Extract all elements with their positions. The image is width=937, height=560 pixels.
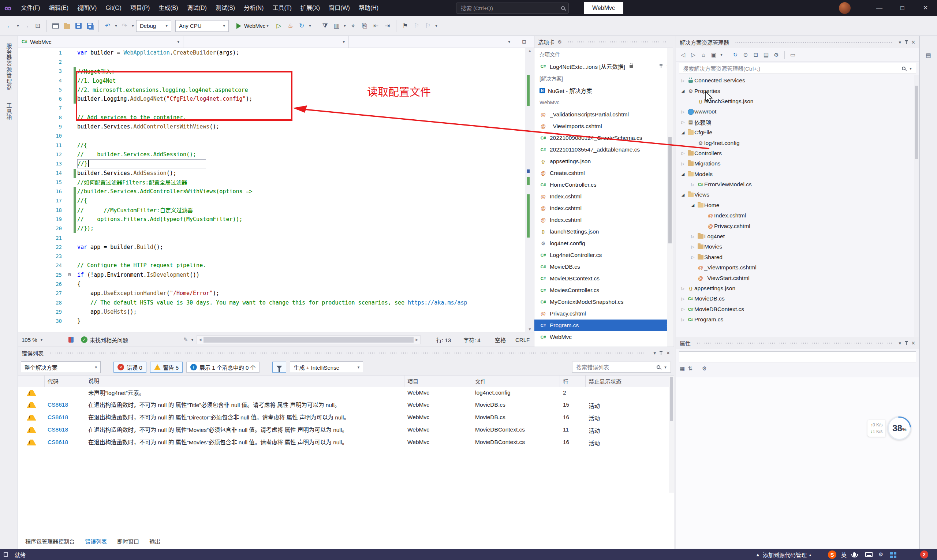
tree-item[interactable]: Privacy.cshtml xyxy=(676,221,919,231)
document-tab[interactable]: Program.cs✕ xyxy=(534,320,673,331)
menu-item[interactable]: 测试(S) xyxy=(211,0,239,16)
pen-icon[interactable]: ✎ ▾ xyxy=(183,332,195,347)
tree-item[interactable]: Index.cshtml xyxy=(676,211,919,221)
undo-dropdown[interactable]: ▾ xyxy=(114,23,118,28)
document-tab[interactable]: Log4netController.cs xyxy=(534,249,673,261)
error-source-dropdown[interactable]: 生成 + IntelliSense▾ xyxy=(290,361,363,373)
document-tab[interactable]: MoviesController.cs xyxy=(534,285,673,296)
menu-item[interactable]: 视图(V) xyxy=(73,0,101,16)
tree-item[interactable]: ▷Controllers xyxy=(676,148,919,158)
chevron-down-icon[interactable]: ▾ xyxy=(654,350,656,356)
collapsed-panel-icon[interactable]: ▤ xyxy=(920,51,937,60)
document-tab[interactable]: _ViewImports.cshtml xyxy=(534,120,673,132)
filter-button[interactable] xyxy=(272,362,286,372)
document-tab[interactable]: HomeController.cs xyxy=(534,179,673,191)
document-tab[interactable]: MovieDB.cs xyxy=(534,261,673,273)
navigate-back-icon[interactable]: ← xyxy=(5,20,15,32)
document-tab[interactable]: Privacy.cshtml xyxy=(534,308,673,320)
close-icon[interactable]: ✕ xyxy=(666,350,670,356)
properties-icon[interactable]: ⚙ xyxy=(772,50,781,60)
tool-window-tab[interactable]: 服务器资源管理器 xyxy=(5,39,13,94)
tree-item[interactable]: ▷wwwroot xyxy=(676,106,919,117)
project-dropdown[interactable]: C# WebMvc ▾ xyxy=(18,36,183,48)
menu-item[interactable]: 生成(B) xyxy=(154,0,182,16)
solution-search-box[interactable]: ▾ xyxy=(679,63,916,74)
type-dropdown[interactable]: ▾ xyxy=(183,36,349,48)
column-header[interactable]: 项目 xyxy=(405,375,472,387)
expand-chevron-icon[interactable]: ▷ xyxy=(679,78,687,83)
caret-column-indicator[interactable]: 字符: 4 xyxy=(463,332,481,347)
document-tab[interactable]: Create.cshtml xyxy=(534,167,673,179)
scroll-down-icon[interactable]: ▼ xyxy=(525,327,534,331)
save-all-icon[interactable] xyxy=(85,20,95,32)
ime-tools-icon[interactable]: ⚙ xyxy=(879,549,883,560)
zoom-dropdown[interactable]: 105 %▾ xyxy=(22,332,44,347)
solution-configuration-dropdown[interactable]: Debug▾ xyxy=(136,20,171,32)
quick-search-input[interactable] xyxy=(460,5,561,12)
navigate-cursor-icon[interactable]: ⌖ xyxy=(348,20,358,32)
pin-icon[interactable] xyxy=(659,64,663,68)
microphone-icon[interactable] xyxy=(853,549,857,560)
document-tab[interactable]: Index.cshtml xyxy=(534,191,673,202)
document-tab[interactable]: 20221011035547_addtablename.cs xyxy=(534,144,673,155)
ime-language-indicator[interactable]: 英 xyxy=(841,549,846,560)
line-ending-indicator[interactable]: CRLF xyxy=(515,332,529,347)
editor-vertical-scrollbar[interactable]: ▲ ▼ xyxy=(525,48,534,332)
home-icon[interactable]: ⌂ xyxy=(699,50,708,60)
expand-chevron-icon[interactable]: ▷ xyxy=(679,162,687,166)
expand-chevron-icon[interactable]: ▷ xyxy=(689,234,697,239)
tree-item[interactable]: ▷依赖项 xyxy=(676,117,919,128)
tree-item[interactable]: log4net.config xyxy=(676,138,919,148)
collapse-chevron-icon[interactable]: ◢ xyxy=(679,130,687,135)
fold-marker[interactable]: ⊟ xyxy=(62,272,77,277)
document-tab[interactable]: appsettings.json xyxy=(534,155,673,167)
scroll-right-icon[interactable]: ▶ xyxy=(414,335,420,344)
document-tab[interactable]: Index.cshtml xyxy=(534,214,673,226)
expand-chevron-icon[interactable]: ▷ xyxy=(689,182,697,187)
expand-chevron-icon[interactable]: ▷ xyxy=(679,120,687,125)
error-search-input[interactable] xyxy=(575,364,654,371)
notification-badge[interactable]: 2 xyxy=(920,549,928,560)
tree-item[interactable]: launchSettings.json xyxy=(676,96,919,106)
expand-chevron-icon[interactable]: ▷ xyxy=(679,109,687,114)
caret-line-indicator[interactable]: 行: 13 xyxy=(436,332,451,347)
panel-grip[interactable] xyxy=(568,41,666,43)
column-header[interactable]: 代码 xyxy=(45,375,85,387)
cpu-percent-ring[interactable]: 38% xyxy=(888,417,911,440)
code-health-icon[interactable] xyxy=(68,332,74,347)
navigate-back-dropdown[interactable]: ▾ xyxy=(16,23,20,28)
code-editor[interactable]: 1var builder = WebApplication.CreateBuil… xyxy=(18,48,525,332)
pin-icon[interactable] xyxy=(904,40,908,44)
solution-platform-dropdown[interactable]: Any CPU▾ xyxy=(175,20,229,32)
expand-chevron-icon[interactable]: ▷ xyxy=(679,286,687,291)
collapse-chevron-icon[interactable]: ◢ xyxy=(679,192,687,197)
spaces-indicator[interactable]: 空格 xyxy=(495,332,506,347)
error-row[interactable]: CS8618在退出构造函数时，不可为 null 的 属性“Director”必须… xyxy=(18,412,674,424)
expand-chevron-icon[interactable]: ▷ xyxy=(679,307,687,311)
menu-item[interactable]: 帮助(H) xyxy=(354,0,383,16)
warnings-filter-button[interactable]: 警告 5 xyxy=(150,362,183,372)
panel-tab[interactable]: 程序包管理器控制台 xyxy=(21,535,79,547)
issues-indicator[interactable]: ✓ 未找到相关问题 xyxy=(81,332,128,347)
menu-item[interactable]: 项目(P) xyxy=(126,0,154,16)
search-options-dropdown[interactable]: ▾ xyxy=(663,365,668,370)
document-tab[interactable]: _ValidationScriptsPartial.cshtml xyxy=(534,109,673,120)
tree-item[interactable]: ▷Migrations xyxy=(676,158,919,169)
tree-item[interactable]: ▷Movies xyxy=(676,242,919,252)
forward-icon[interactable]: ▷ xyxy=(688,50,698,60)
pin-icon[interactable] xyxy=(659,351,663,355)
new-project-icon[interactable] xyxy=(51,20,61,32)
quick-search-box[interactable] xyxy=(456,3,569,14)
start-without-debugging-icon[interactable]: ▷ xyxy=(274,20,284,32)
document-tab[interactable]: MovieDBContext.cs xyxy=(534,273,673,285)
collapse-chevron-icon[interactable]: ◢ xyxy=(679,172,687,177)
tree-item[interactable]: ◢Properties xyxy=(676,86,919,96)
ime-grid-icon[interactable] xyxy=(890,549,897,560)
switch-views-icon[interactable]: ▣ xyxy=(709,50,719,60)
user-avatar[interactable] xyxy=(839,2,851,14)
error-code-link[interactable]: CS8618 xyxy=(45,426,85,433)
menu-item[interactable]: 扩展(X) xyxy=(296,0,324,16)
close-icon[interactable]: ✕ xyxy=(911,340,915,346)
split-window-icon[interactable]: ▥ xyxy=(331,20,342,32)
search-options-dropdown[interactable]: ▾ xyxy=(908,66,913,71)
